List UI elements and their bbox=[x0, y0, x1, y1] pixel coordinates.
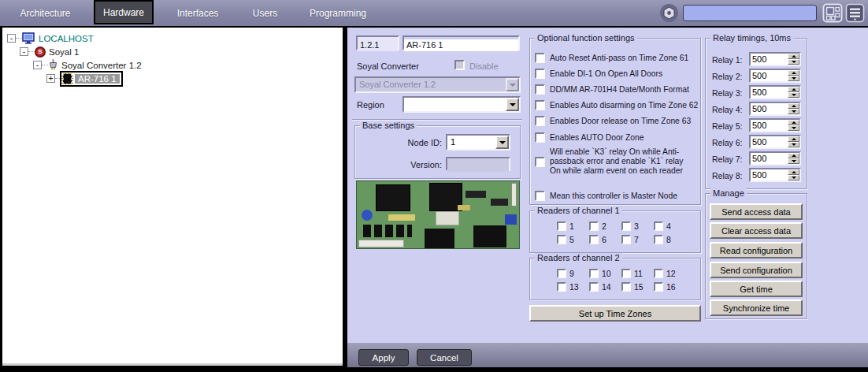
search-input[interactable] bbox=[683, 5, 817, 21]
checkbox-auto-reset-antipass[interactable] bbox=[535, 53, 545, 63]
tab-hardware[interactable]: Hardware bbox=[94, 0, 154, 24]
spin-up-button[interactable] bbox=[788, 120, 799, 125]
tab-architecture[interactable]: Architecture bbox=[12, 0, 79, 26]
object-id-field[interactable] bbox=[358, 39, 398, 51]
selected-item-highlight[interactable]: AR-716 1 bbox=[60, 71, 123, 87]
reader-4-checkbox[interactable] bbox=[654, 221, 663, 231]
relay-2-value[interactable] bbox=[751, 70, 788, 81]
collapse-icon[interactable]: - bbox=[33, 61, 42, 69]
reader-1-checkbox[interactable] bbox=[557, 221, 566, 231]
reader-12-checkbox[interactable] bbox=[654, 269, 663, 278]
tab-interfaces[interactable]: Interfaces bbox=[167, 0, 228, 26]
optional-row: Enables AUTO Door Zone bbox=[535, 132, 644, 143]
tree-item-ar716[interactable]: + AR-716 1 bbox=[46, 72, 123, 85]
spin-up-button[interactable] bbox=[788, 169, 799, 175]
spin-down-button[interactable] bbox=[788, 125, 799, 131]
spin-down-button[interactable] bbox=[788, 142, 799, 147]
reader-11-checkbox[interactable] bbox=[621, 269, 631, 278]
region-dropdown[interactable] bbox=[402, 96, 521, 113]
reader-15-checkbox[interactable] bbox=[621, 282, 631, 292]
spin-down-button[interactable] bbox=[788, 59, 799, 65]
reader-6-checkbox[interactable] bbox=[589, 235, 599, 244]
tree-item-localhost[interactable]: - LOCALHOST bbox=[7, 32, 94, 45]
pcb-component bbox=[458, 205, 470, 210]
version-label: Version: bbox=[388, 160, 442, 169]
reader-7-checkbox[interactable] bbox=[621, 235, 631, 244]
spin-down-button[interactable] bbox=[788, 76, 799, 81]
disable-checkbox[interactable] bbox=[454, 60, 465, 70]
grid-view-icon[interactable] bbox=[822, 3, 843, 23]
reader-13-checkbox[interactable] bbox=[557, 282, 566, 292]
spin-up-button[interactable] bbox=[788, 70, 799, 76]
tree-connector bbox=[28, 51, 35, 52]
clear-access-data-button[interactable]: Clear access data bbox=[710, 222, 803, 239]
reader-number: 12 bbox=[666, 269, 676, 278]
reader-9-checkbox[interactable] bbox=[557, 269, 566, 278]
relay-7-value[interactable] bbox=[751, 153, 788, 164]
reader-2-checkbox[interactable] bbox=[589, 221, 599, 231]
relay-5-value[interactable] bbox=[751, 120, 788, 131]
expand-icon[interactable]: + bbox=[46, 74, 55, 83]
reader-10-checkbox[interactable] bbox=[589, 269, 599, 278]
base-settings-group: Base settings Node ID: 1 Version: bbox=[354, 125, 521, 179]
reader-row: 5 6 7 8 bbox=[554, 235, 683, 244]
gear-icon[interactable] bbox=[660, 4, 678, 22]
optional-row: DD/MM AR-701H4 Date/Month Format bbox=[535, 84, 689, 95]
reader-3-checkbox[interactable] bbox=[621, 221, 631, 231]
relay-timings-group: Relay timings, 10ms Relay 1: Relay 2: Re… bbox=[705, 38, 807, 189]
apply-button[interactable]: Apply bbox=[358, 349, 409, 366]
spin-up-button[interactable] bbox=[788, 103, 799, 109]
collapse-icon[interactable]: - bbox=[20, 47, 28, 56]
relay-3-value[interactable] bbox=[751, 87, 788, 98]
checkbox-auto-door-zone[interactable] bbox=[535, 132, 545, 143]
menu-icon[interactable] bbox=[845, 3, 866, 23]
relay-4-value[interactable] bbox=[751, 103, 788, 114]
checkbox-enable-di1[interactable] bbox=[535, 69, 545, 79]
reader-8-checkbox[interactable] bbox=[654, 235, 663, 244]
collapse-icon[interactable]: - bbox=[7, 34, 16, 43]
reader-14-checkbox[interactable] bbox=[589, 282, 599, 292]
checkbox-k3-k1-relay[interactable] bbox=[535, 157, 545, 167]
optional-row: Mean this controller is Master Node bbox=[535, 191, 677, 201]
checkbox-master-node[interactable] bbox=[535, 191, 545, 201]
spin-down-button[interactable] bbox=[788, 158, 799, 164]
dropdown-arrow-button[interactable] bbox=[506, 98, 519, 111]
checkbox-door-release[interactable] bbox=[535, 116, 545, 126]
reader-5-checkbox[interactable] bbox=[557, 235, 566, 244]
setup-timezones-button[interactable]: Set up Time Zones bbox=[529, 305, 701, 322]
manage-title: Manage bbox=[710, 188, 747, 198]
node-id-dropdown[interactable]: 1 bbox=[446, 134, 510, 151]
dropdown-arrow-button[interactable] bbox=[495, 136, 509, 149]
send-configuration-button[interactable]: Send configuration bbox=[710, 262, 803, 278]
relay-8-label: Relay 8: bbox=[712, 171, 743, 180]
tab-users[interactable]: Users bbox=[243, 0, 287, 26]
spin-down-button[interactable] bbox=[788, 175, 799, 180]
spin-up-button[interactable] bbox=[788, 136, 799, 142]
relay-6-value[interactable] bbox=[751, 136, 788, 147]
relay-1-value[interactable] bbox=[751, 54, 788, 65]
object-name-field[interactable] bbox=[404, 39, 518, 51]
relay-2-spinner bbox=[749, 69, 801, 83]
relay-8-spinner bbox=[749, 168, 801, 182]
relay-5-spinner bbox=[749, 118, 801, 132]
read-configuration-button[interactable]: Read configuration bbox=[710, 242, 803, 259]
reader-16-checkbox[interactable] bbox=[654, 282, 663, 292]
spin-up-button[interactable] bbox=[788, 153, 799, 158]
spin-up-button[interactable] bbox=[788, 87, 799, 92]
spin-up-button[interactable] bbox=[788, 54, 799, 59]
cancel-button[interactable]: Cancel bbox=[417, 349, 472, 366]
spin-down-button[interactable] bbox=[788, 92, 799, 98]
object-name-field-frame bbox=[402, 35, 520, 50]
tab-programming[interactable]: Programming bbox=[303, 0, 373, 26]
get-time-button[interactable]: Get time bbox=[710, 281, 803, 297]
checkbox-auto-disarming[interactable] bbox=[535, 100, 545, 110]
tree-item-soyal[interactable]: - S Soyal 1 bbox=[20, 45, 79, 58]
dropdown-arrow-button bbox=[506, 78, 519, 91]
tree-item-soyal-converter[interactable]: - Soyal Converter 1.2 bbox=[33, 58, 142, 72]
synchronize-time-button[interactable]: Synchronize time bbox=[710, 299, 803, 316]
relay-8-value[interactable] bbox=[751, 169, 788, 180]
relay-timings-title: Relay timings, 10ms bbox=[710, 33, 793, 43]
send-access-data-button[interactable]: Send access data bbox=[710, 203, 803, 220]
checkbox-date-format[interactable] bbox=[535, 84, 545, 95]
spin-down-button[interactable] bbox=[788, 109, 799, 114]
